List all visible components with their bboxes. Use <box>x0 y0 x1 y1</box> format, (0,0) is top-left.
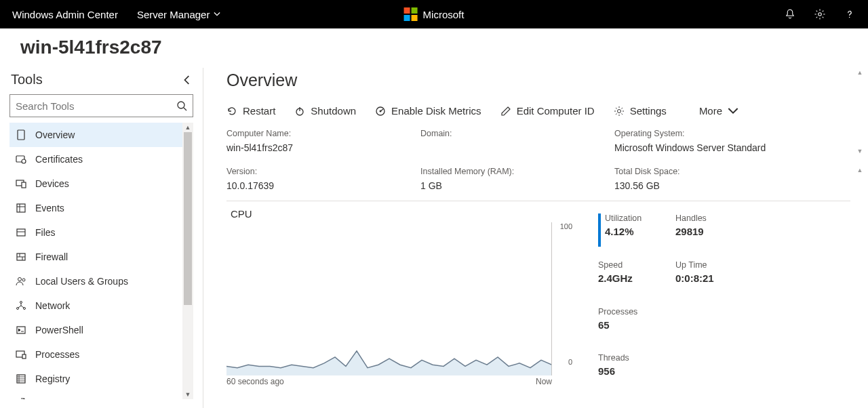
info-grid: Computer Name: win-5l41frs2c87 Domain: O… <box>226 129 850 201</box>
host-name: win-5l41frs2c87 <box>20 37 868 58</box>
notifications-icon[interactable] <box>784 8 796 20</box>
sidebar-item-label: Remote Desktop <box>35 398 106 399</box>
stat-processes: Processes 65 <box>598 307 673 340</box>
content-scrollbar-upper[interactable]: ▲▼ <box>854 68 865 156</box>
context-dropdown[interactable]: Server Manager <box>137 9 221 20</box>
y-axis-max: 100 <box>560 222 572 230</box>
cpu-stats: Utilization 4.12% Handles 29819 Speed 2.… <box>572 208 850 386</box>
sidebar-item-firewall[interactable]: Firewall <box>9 245 193 269</box>
svg-rect-3 <box>18 130 24 140</box>
sidebar-item-events[interactable]: Events <box>9 196 193 220</box>
sidebar-item-label: Events <box>35 203 64 213</box>
sidebar-item-label: Devices <box>35 178 69 189</box>
gear-icon <box>614 106 625 117</box>
info-os: Operating System: Microsoft Windows Serv… <box>614 129 818 153</box>
top-bar: Windows Admin Center Server Manager Micr… <box>0 0 868 28</box>
sidebar-item-users[interactable]: Local Users & Groups <box>9 269 193 293</box>
collapse-sidebar-icon[interactable] <box>182 75 192 85</box>
sidebar-item-files[interactable]: Files <box>9 220 193 245</box>
sidebar-scrollbar[interactable]: ▲ ▼ <box>182 123 193 399</box>
svg-rect-7 <box>22 182 26 188</box>
svg-point-5 <box>22 159 26 163</box>
microsoft-logo-icon <box>404 7 418 21</box>
search-input[interactable] <box>16 100 176 112</box>
shutdown-button[interactable]: Shutdown <box>294 105 356 117</box>
product-brand[interactable]: Windows Admin Center <box>12 9 118 20</box>
info-disk: Total Disk Space: 130.56 GB <box>614 167 818 191</box>
files-icon <box>15 226 27 239</box>
info-version: Version: 10.0.17639 <box>226 167 420 191</box>
cpu-title: CPU <box>231 208 572 220</box>
svg-point-11 <box>18 278 22 281</box>
powershell-icon <box>15 324 27 336</box>
devices-icon <box>15 178 27 190</box>
y-axis-min: 0 <box>568 358 572 366</box>
more-button[interactable]: More <box>699 105 738 117</box>
disk-metrics-icon <box>375 106 386 117</box>
svg-rect-16 <box>17 327 25 333</box>
context-dropdown-label: Server Manager <box>137 9 210 20</box>
enable-disk-metrics-button[interactable]: Enable Disk Metrics <box>375 105 481 117</box>
svg-point-2 <box>178 102 184 108</box>
svg-rect-8 <box>17 204 25 212</box>
sidebar-item-label: Registry <box>35 373 70 384</box>
sidebar-item-label: Files <box>35 227 56 238</box>
content-scrollbar-lower[interactable]: ▲ <box>854 165 865 355</box>
remote-desktop-icon <box>15 397 27 399</box>
settings-button[interactable]: Settings <box>614 105 667 117</box>
content-pane: Overview Restart Shutdown Enable Disk Me… <box>203 68 868 408</box>
stat-uptime: Up Time 0:0:8:21 <box>675 260 750 293</box>
sidebar-item-label: PowerShell <box>35 325 83 335</box>
info-ram: Installed Memory (RAM): 1 GB <box>420 167 614 191</box>
firewall-icon <box>15 251 27 263</box>
stat-speed: Speed 2.4GHz <box>598 260 673 293</box>
microsoft-brand: Microsoft <box>404 7 465 21</box>
microsoft-label: Microsoft <box>423 9 465 20</box>
tools-list: Overview Certificates Devices Events Fil… <box>9 123 193 399</box>
sidebar-item-label: Network <box>35 300 70 311</box>
sidebar-item-certificates[interactable]: Certificates <box>9 147 193 171</box>
svg-point-0 <box>818 13 822 16</box>
scrollbar-thumb[interactable] <box>184 132 192 305</box>
cpu-chart: 100 0 <box>226 222 572 375</box>
sidebar-item-registry[interactable]: Registry <box>9 367 193 391</box>
events-icon <box>15 202 27 214</box>
svg-point-23 <box>617 109 620 113</box>
info-domain: Domain: <box>420 129 614 153</box>
help-icon[interactable] <box>844 8 856 20</box>
sidebar-item-label: Firewall <box>35 251 68 262</box>
stat-threads: Threads 956 <box>598 353 673 386</box>
edit-icon <box>500 106 511 117</box>
gear-icon[interactable] <box>814 8 826 20</box>
certificates-icon <box>15 153 27 165</box>
registry-icon <box>15 373 27 385</box>
search-tools-box[interactable] <box>9 94 193 117</box>
edit-computer-id-button[interactable]: Edit Computer ID <box>500 105 595 117</box>
sidebar-item-devices[interactable]: Devices <box>9 171 193 196</box>
sidebar-item-processes[interactable]: Processes <box>9 342 193 367</box>
sidebar-item-label: Certificates <box>35 154 83 165</box>
svg-point-12 <box>22 279 25 281</box>
sidebar-item-remote-desktop[interactable]: Remote Desktop <box>9 391 193 399</box>
stat-handles: Handles 29819 <box>675 213 750 247</box>
sidebar-item-label: Overview <box>35 129 75 140</box>
overview-icon <box>15 129 27 141</box>
sidebar-item-network[interactable]: Network <box>9 293 193 318</box>
x-axis-left: 60 seconds ago <box>226 377 284 386</box>
sidebar-item-overview[interactable]: Overview <box>9 123 193 147</box>
command-bar: Restart Shutdown Enable Disk Metrics Edi… <box>226 105 868 117</box>
stat-utilization: Utilization 4.12% <box>598 213 673 247</box>
network-icon <box>15 300 27 312</box>
sidebar-item-label: Local Users & Groups <box>35 276 128 287</box>
svg-rect-9 <box>17 229 25 236</box>
restart-button[interactable]: Restart <box>226 105 275 117</box>
info-computer-name: Computer Name: win-5l41frs2c87 <box>226 129 420 153</box>
sidebar-item-powershell[interactable]: PowerShell <box>9 318 193 342</box>
chevron-down-icon <box>728 106 738 117</box>
users-icon <box>15 275 27 287</box>
restart-icon <box>226 106 237 117</box>
search-icon <box>176 100 187 111</box>
sidebar-item-label: Processes <box>35 349 79 360</box>
svg-rect-18 <box>22 354 26 359</box>
shutdown-icon <box>294 106 305 117</box>
